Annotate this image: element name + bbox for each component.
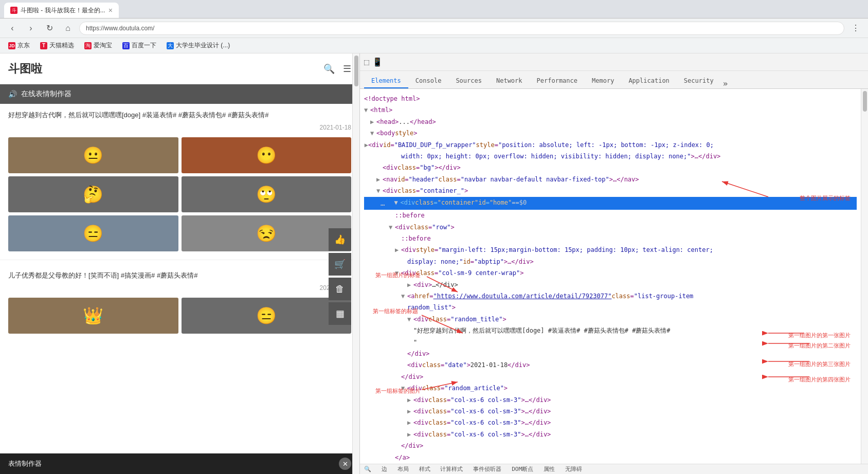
- qr-button[interactable]: ▦: [329, 302, 351, 325]
- post-1-text: 好想穿越到古代啊，然后就可以嘿嘿嘿[doge] #装逼表情# #蘑菇头表情包# …: [8, 110, 351, 121]
- bottom-close-btn[interactable]: ✕: [339, 458, 351, 470]
- tab-elements[interactable]: Elements: [364, 74, 408, 88]
- menu-button[interactable]: ⋮: [848, 21, 863, 35]
- speaker-icon: 🔊: [8, 90, 17, 98]
- bookmark-jd[interactable]: JD 京东: [4, 40, 34, 51]
- tab-close-icon[interactable]: ×: [109, 6, 113, 14]
- tree-a-7923077-cont: random_list">: [364, 302, 857, 313]
- tree-container-outer[interactable]: ▼ <div class="container_">: [364, 185, 857, 196]
- tree-row-div[interactable]: ▼ <div class="row">: [364, 222, 857, 233]
- tab-application[interactable]: Application: [621, 74, 676, 88]
- home-button[interactable]: ⌂: [61, 21, 75, 35]
- tab-network[interactable]: Network: [489, 74, 530, 88]
- tree-baidu-div[interactable]: ▶ <div id="BAIDU_DUP_fp_wrapper" style="…: [364, 139, 714, 151]
- like-button[interactable]: 👍: [329, 228, 351, 251]
- banner: 🔊 在线表情制作器: [0, 84, 359, 104]
- devtools-content[interactable]: <!doctype html> ▼ <html> ▶ <head>...</he…: [360, 89, 861, 464]
- tree-head[interactable]: ▶ <head>...</head>: [364, 116, 857, 127]
- tree-title-text-1: "好想穿越到古代啊，然后就可以嘿嘿嘿[doge] #装逼表情# #蘑菇头表情包#…: [364, 325, 857, 336]
- tree-close-a: </a>: [364, 452, 857, 463]
- tree-bg-div[interactable]: <div class="bg"></div>: [364, 162, 857, 173]
- img-thumb-6: 😒: [182, 215, 352, 251]
- bookmark-baidu[interactable]: 百 百度一下: [118, 40, 160, 51]
- action-buttons: 👍 🛒 🗑 ▦: [329, 228, 351, 325]
- devtools-right-sidebar: [861, 89, 868, 464]
- bookmark-taobao[interactable]: 淘 爱淘宝: [80, 40, 116, 51]
- tree-col-sm9[interactable]: ▼ <div class="col-sm-9 center-wrap">: [364, 267, 857, 279]
- site-logo: 斗图啦: [8, 61, 42, 77]
- tab-performance[interactable]: Performance: [530, 74, 585, 88]
- tree-doctype: <!doctype html>: [364, 93, 857, 104]
- post-1-images: 😐 🤔 😑 😶 🙄 😒: [0, 137, 359, 256]
- banner-text: 在线表情制作器: [21, 89, 71, 99]
- tree-abptip-cont: display: none;" id="abptip">…</div>: [364, 256, 857, 267]
- tree-close-div-date: </div>: [364, 371, 857, 382]
- thesis-label: 大学生毕业设计 (...): [176, 41, 230, 50]
- tree-close-random-title: </div>: [364, 348, 857, 359]
- tree-inner-div[interactable]: ▶ <div>…</div>: [364, 279, 857, 290]
- site-header: 斗图啦 🔍 ☰: [0, 53, 359, 84]
- baidu-icon: 百: [122, 42, 130, 49]
- tree-random-article[interactable]: ▼ <div class="random_article">: [364, 382, 857, 394]
- cart-button[interactable]: 🛒: [329, 253, 351, 276]
- tab-favicon: 斗: [10, 7, 17, 14]
- tree-date[interactable]: <div class="date">2021-01-18</div>: [364, 359, 857, 371]
- tmall-label: 天猫精选: [49, 41, 74, 50]
- jd-icon: JD: [8, 42, 15, 49]
- search-icon[interactable]: 🔍: [323, 63, 335, 75]
- baidu-label: 百度一下: [132, 41, 156, 50]
- tmall-icon: T: [40, 42, 47, 49]
- site-nav: 🔍 ☰: [323, 63, 351, 75]
- post-2-text: 儿子优秀都是父母教的好！[笑而不语] #搞笑漫画# #蘑菇头表情#: [8, 270, 351, 281]
- img-thumb-1: 😐: [8, 137, 178, 173]
- tree-body[interactable]: ▼ <body style>: [364, 127, 857, 139]
- address-field[interactable]: https://www.doutula.com/: [79, 22, 844, 35]
- bottom-bar: 表情制作器 ✕: [0, 453, 359, 474]
- tree-before-1: ::before: [364, 210, 857, 221]
- tree-container-home[interactable]: … ▼ <div class="container" id="home" == …: [364, 197, 857, 210]
- webpage-panel: 斗图啦 🔍 ☰ 🔊 在线表情制作器 好想穿越到古代啊，然后就可以嘿嘿嘿[doge…: [0, 53, 360, 474]
- devtools-tabs: Elements Console Sources Network Perform…: [360, 71, 868, 89]
- tree-random-title[interactable]: ▼ <div class="random_title">: [364, 314, 857, 325]
- delete-button[interactable]: 🗑: [329, 278, 351, 300]
- img-thumb-2: 😶: [182, 137, 352, 173]
- tab-sources[interactable]: Sources: [448, 74, 489, 88]
- tree-a-7923077[interactable]: ▼ <a href="https://www.doutula.com/artic…: [364, 290, 857, 302]
- reload-button[interactable]: ↻: [42, 21, 57, 35]
- scroll-thumb[interactable]: [354, 56, 358, 86]
- tab-security[interactable]: Security: [677, 74, 721, 88]
- tree-col-1[interactable]: ▶ <div class="col-xs-6 col-sm-3">…</div>: [364, 394, 857, 406]
- post-2-images: 👑 😑: [0, 298, 359, 338]
- bookmark-tmall[interactable]: T 天猫精选: [36, 40, 78, 51]
- img-thumb-4: 🙄: [182, 176, 352, 212]
- tree-before-2: ::before: [364, 233, 857, 244]
- thesis-icon: 大: [167, 42, 174, 49]
- browser-tabs-bar: 斗 斗图啦 - 我斗故我在！最全的... ×: [0, 0, 868, 19]
- taobao-label: 爱淘宝: [94, 41, 112, 50]
- tree-nav-header[interactable]: ▶ <nav id="header" class="navbar navbar-…: [364, 174, 857, 185]
- url-text: https://www.doutula.com/: [86, 25, 154, 32]
- post-1-date: 2021-01-18: [8, 124, 351, 131]
- back-button[interactable]: ‹: [5, 21, 20, 35]
- address-bar-row: ‹ › ↻ ⌂ https://www.doutula.com/ ⋮: [0, 19, 868, 38]
- tree-col-3[interactable]: ▶ <div class="col-xs-6 col-sm-3">…</div>: [364, 417, 857, 428]
- menu-icon[interactable]: ☰: [343, 63, 351, 75]
- tab-memory[interactable]: Memory: [585, 74, 621, 88]
- tree-col-2[interactable]: ▶ <div class="col-xs-6 col-sm-3">…</div>: [364, 406, 857, 417]
- tree-close-random-article: </div>: [364, 440, 857, 451]
- webpage-scrollbar[interactable]: [352, 53, 359, 474]
- devtools-toolbar: ⬚ 📱: [360, 53, 868, 71]
- active-tab[interactable]: 斗 斗图啦 - 我斗故我在！最全的... ×: [4, 3, 119, 18]
- bookmark-thesis[interactable]: 大 大学生毕业设计 (...): [162, 40, 234, 51]
- tab-console[interactable]: Console: [408, 74, 449, 88]
- post-2: 儿子优秀都是父母教的好！[笑而不语] #搞笑漫画# #蘑菇头表情# 2021-0…: [0, 264, 359, 298]
- sidebar-scroll-thumb[interactable]: [863, 91, 867, 112]
- forward-button[interactable]: ›: [24, 21, 38, 35]
- inspect-icon[interactable]: ⬚: [364, 57, 369, 67]
- more-tabs-icon[interactable]: »: [723, 79, 728, 88]
- devtools-panel: ⬚ 📱 Elements Console Sources Network Per…: [360, 53, 868, 474]
- tree-html[interactable]: ▼ <html>: [364, 104, 857, 116]
- tree-abptip[interactable]: ▶ <div style="margin-left: 15px;margin-b…: [364, 244, 857, 256]
- mobile-icon[interactable]: 📱: [372, 57, 383, 67]
- tree-col-4[interactable]: ▶ <div class="col-xs-6 col-sm-3">…</div>: [364, 429, 857, 440]
